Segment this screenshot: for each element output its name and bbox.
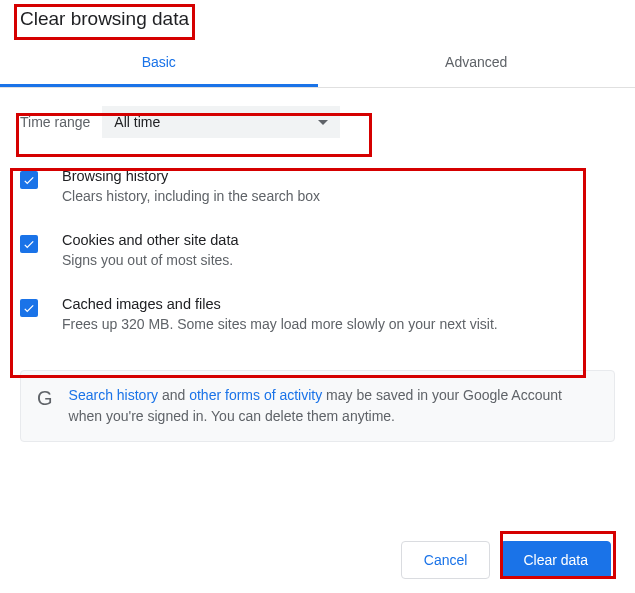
check-icon — [22, 301, 36, 315]
chevron-down-icon — [318, 120, 328, 125]
option-title: Cookies and other site data — [62, 232, 615, 248]
check-icon — [22, 237, 36, 251]
check-icon — [22, 173, 36, 187]
info-text: Search history and other forms of activi… — [69, 385, 598, 427]
time-range-label: Time range — [20, 114, 90, 130]
option-text: Browsing history Clears history, includi… — [62, 168, 615, 204]
checkbox-cookies[interactable] — [20, 235, 38, 253]
time-range-select[interactable]: All time — [102, 106, 340, 138]
checkbox-cached[interactable] — [20, 299, 38, 317]
option-row: Cookies and other site data Signs you ou… — [20, 218, 615, 282]
option-desc: Frees up 320 MB. Some sites may load mor… — [62, 316, 615, 332]
dialog-title: Clear browsing data — [0, 0, 199, 36]
option-title: Cached images and files — [62, 296, 615, 312]
time-range-row: Time range All time — [20, 106, 615, 138]
option-text: Cached images and files Frees up 320 MB.… — [62, 296, 615, 332]
tabs: Basic Advanced — [0, 40, 635, 88]
options-list: Browsing history Clears history, includi… — [20, 152, 615, 356]
cancel-button[interactable]: Cancel — [401, 541, 491, 579]
other-activity-link[interactable]: other forms of activity — [189, 387, 322, 403]
info-text-fragment: and — [158, 387, 189, 403]
option-title: Browsing history — [62, 168, 615, 184]
option-desc: Signs you out of most sites. — [62, 252, 615, 268]
clear-browsing-data-dialog: Clear browsing data Basic Advanced Time … — [0, 0, 635, 593]
option-desc: Clears history, including in the search … — [62, 188, 615, 204]
search-history-link[interactable]: Search history — [69, 387, 158, 403]
time-range-value: All time — [114, 114, 160, 130]
dialog-buttons: Cancel Clear data — [401, 541, 611, 579]
option-row: Browsing history Clears history, includi… — [20, 154, 615, 218]
option-row: Cached images and files Frees up 320 MB.… — [20, 282, 615, 346]
google-g-icon: G — [37, 387, 53, 410]
tab-advanced[interactable]: Advanced — [318, 40, 636, 87]
info-box: G Search history and other forms of acti… — [20, 370, 615, 442]
option-text: Cookies and other site data Signs you ou… — [62, 232, 615, 268]
checkbox-browsing-history[interactable] — [20, 171, 38, 189]
clear-data-button[interactable]: Clear data — [500, 541, 611, 579]
tab-basic[interactable]: Basic — [0, 40, 318, 87]
